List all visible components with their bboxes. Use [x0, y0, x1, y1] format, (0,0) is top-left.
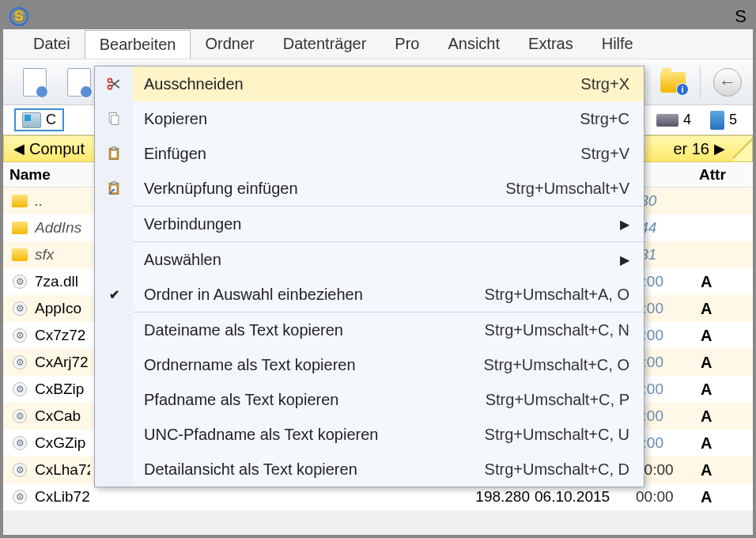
file-attr: A: [701, 488, 712, 506]
menu-gutter: [95, 347, 133, 382]
drive-number-5[interactable]: 5: [729, 112, 737, 128]
file-icon: ⚙: [11, 273, 28, 290]
menu-item[interactable]: Auswählen▶: [95, 242, 644, 277]
menu-shortcut: Strg+X: [580, 75, 629, 93]
folder-icon: [11, 219, 28, 237]
menu-item-label: Einfügen: [133, 145, 580, 163]
file-attr: A: [701, 354, 712, 372]
titlebar-text: S: [735, 6, 747, 27]
breadcrumb-left-text: Comput: [29, 140, 85, 158]
menu-item[interactable]: AusschneidenStrg+X: [95, 66, 644, 101]
menu-item-label: Auswählen: [133, 251, 610, 269]
drive-c-button[interactable]: C: [14, 108, 64, 131]
file-attr: A: [701, 461, 712, 479]
menu-gutter: [95, 452, 133, 487]
file-attr: A: [701, 381, 712, 399]
file-icon: ⚙: [11, 488, 28, 506]
submenu-arrow-icon: ▶: [620, 217, 629, 232]
back-button[interactable]: ←: [710, 65, 745, 100]
menu-item-label: Verknüpfung einfügen: [133, 180, 505, 198]
file-icon: ⚙: [11, 354, 28, 371]
menu-pro[interactable]: Pro: [380, 30, 433, 58]
menu-item-label: Detailansicht als Text kopieren: [133, 460, 485, 479]
check-icon: ✔: [95, 277, 133, 312]
tool-preview-icon[interactable]: [17, 65, 52, 100]
paste-link-icon: [95, 171, 133, 206]
menu-datenträger[interactable]: Datenträger: [269, 30, 381, 58]
file-name: sfx: [35, 246, 90, 263]
folder-icon: [11, 192, 28, 210]
paste-icon: [95, 136, 133, 171]
drive-number-4[interactable]: 4: [683, 112, 691, 128]
menu-ansicht[interactable]: Ansicht: [433, 30, 514, 58]
file-name: CxLha72.dll: [35, 461, 90, 479]
file-name: CxArj72: [35, 354, 90, 371]
menu-shortcut: Strg+Umschalt+C, N: [485, 321, 629, 339]
file-icon: ⚙: [11, 300, 28, 317]
tool-folder-info-icon[interactable]: [656, 65, 690, 100]
file-name: ..: [35, 192, 90, 210]
menu-datei[interactable]: Datei: [19, 30, 85, 58]
menubar: DateiBearbeitenOrdnerDatenträgerProAnsic…: [3, 29, 753, 59]
file-icon: ⚙: [11, 434, 28, 452]
menu-ordner[interactable]: Ordner: [191, 30, 268, 58]
menu-extras[interactable]: Extras: [514, 30, 588, 58]
chevron-right-icon[interactable]: ▶: [714, 140, 725, 157]
breadcrumb-right-text: er 16: [673, 140, 709, 158]
menu-item-label: Pfadname als Text kopieren: [133, 391, 486, 409]
menu-gutter: [95, 242, 133, 277]
tool-search-icon[interactable]: [62, 65, 96, 100]
file-attr: A: [701, 434, 712, 453]
menu-item-label: Kopieren: [133, 110, 580, 128]
menu-shortcut: Strg+Umschalt+C, P: [486, 391, 629, 409]
file-name: AddIns: [35, 219, 90, 237]
folder-icon: [11, 246, 28, 263]
menu-item[interactable]: Ordnername als Text kopierenStrg+Umschal…: [95, 347, 644, 382]
menu-item-label: Dateiname als Text kopieren: [133, 321, 485, 339]
menu-item[interactable]: Dateiname als Text kopierenStrg+Umschalt…: [95, 313, 644, 347]
menu-item[interactable]: UNC-Pfadname als Text kopierenStrg+Umsch…: [95, 417, 644, 452]
chevron-left-icon[interactable]: ◀: [13, 140, 25, 157]
file-size: 198.280: [467, 488, 530, 506]
scissors-icon: [95, 66, 133, 101]
menu-item[interactable]: Verknüpfung einfügenStrg+Umschalt+V: [95, 171, 644, 206]
file-time: 00:00: [636, 488, 674, 506]
breadcrumb-resize-handle[interactable]: [733, 136, 752, 161]
menu-shortcut: Strg+Umschalt+C, O: [483, 356, 629, 374]
menu-shortcut: Strg+V: [580, 145, 629, 163]
app-logo-icon: [9, 7, 28, 26]
menu-hilfe[interactable]: Hilfe: [588, 30, 648, 58]
package-icon: [710, 111, 724, 130]
menu-item[interactable]: Verbindungen▶: [95, 206, 644, 241]
hdd-icon: [656, 114, 679, 127]
file-name: CxLib72.dll: [35, 488, 90, 506]
file-attr: A: [701, 273, 712, 291]
menu-item[interactable]: ✔Ordner in Auswahl einbeziehenStrg+Umsch…: [95, 277, 644, 312]
file-attr: A: [701, 407, 712, 426]
menu-item[interactable]: Detailansicht als Text kopierenStrg+Umsc…: [95, 452, 644, 487]
menu-item-label: Ordnername als Text kopieren: [133, 356, 483, 374]
file-icon: ⚙: [11, 461, 28, 479]
drive-letter-label: C: [46, 112, 56, 128]
file-date: 06.10.2015: [535, 488, 610, 506]
file-attr: A: [701, 300, 712, 318]
menu-bearbeiten[interactable]: Bearbeiten: [85, 30, 191, 59]
file-name: CxBZip: [35, 381, 90, 398]
menu-item[interactable]: Pfadname als Text kopierenStrg+Umschalt+…: [95, 382, 644, 417]
svg-rect-4: [112, 116, 119, 125]
menu-gutter: [95, 382, 133, 417]
menu-gutter: [95, 313, 133, 347]
file-name: CxCab: [35, 407, 90, 425]
edit-menu-dropdown: AusschneidenStrg+XKopierenStrg+CEinfügen…: [94, 66, 644, 487]
submenu-arrow-icon: ▶: [620, 252, 629, 267]
copy-icon: [95, 101, 133, 136]
file-name: 7za.dll: [35, 273, 90, 290]
file-attr: A: [701, 327, 712, 345]
menu-item[interactable]: KopierenStrg+C: [95, 101, 644, 136]
menu-item-label: Ausschneiden: [133, 75, 580, 93]
titlebar: S: [3, 3, 753, 29]
menu-item-label: UNC-Pfadname als Text kopieren: [133, 426, 485, 444]
file-row[interactable]: ⚙CxLib72.dll198.28006.10.201500:00A: [3, 483, 753, 510]
menu-gutter: [95, 206, 133, 241]
menu-item[interactable]: EinfügenStrg+V: [95, 136, 644, 171]
